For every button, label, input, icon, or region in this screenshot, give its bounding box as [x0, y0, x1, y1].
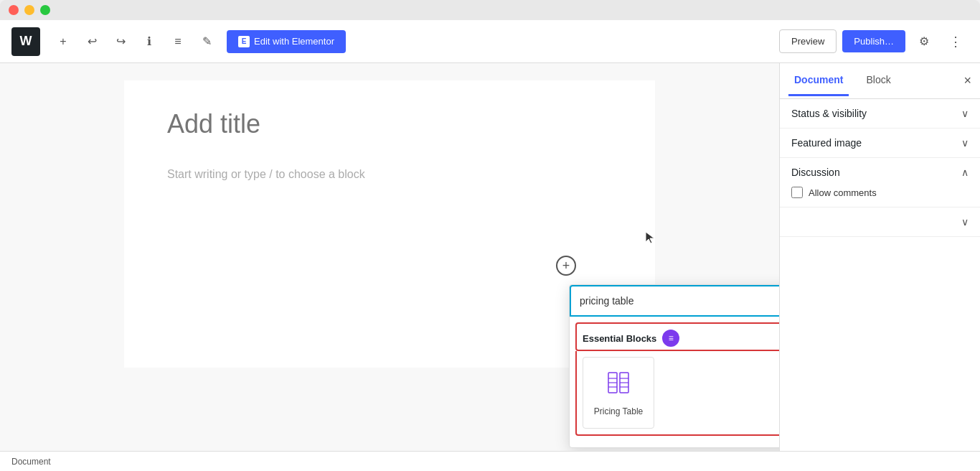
add-block-toolbar-button[interactable]: +: [52, 30, 75, 53]
wp-logo: W: [11, 27, 40, 56]
sidebar-section-featured-title: Featured image: [791, 137, 862, 149]
info-button[interactable]: ℹ: [138, 30, 161, 53]
info-icon: ℹ: [147, 34, 151, 48]
plus-icon: +: [60, 35, 66, 48]
tab-document-label: Document: [794, 74, 843, 85]
sidebar-section-extra: ∨: [780, 207, 980, 237]
redo-icon: ↪: [116, 34, 126, 48]
chevron-up-discussion-icon: ∧: [961, 167, 969, 178]
wp-logo-text: W: [20, 34, 32, 49]
tab-document[interactable]: Document: [788, 65, 849, 96]
publish-button[interactable]: Publish…: [842, 30, 905, 52]
preview-label: Preview: [791, 36, 824, 47]
publish-label: Publish…: [854, 36, 894, 47]
edit-with-elementor-button[interactable]: E Edit with Elementor: [227, 30, 346, 53]
undo-button[interactable]: ↩: [80, 30, 103, 53]
preview-button[interactable]: Preview: [779, 29, 837, 53]
allow-comments-checkbox[interactable]: [791, 187, 803, 198]
block-results: Essential Blocks ≡ ∧: [570, 317, 779, 442]
chevron-down-extra-icon: ∨: [961, 216, 969, 228]
post-content-placeholder: Start writing or type / to choose a bloc…: [167, 168, 612, 181]
category-icon: ≡: [662, 330, 679, 347]
right-sidebar: Document Block × Status & visibility ∨: [779, 63, 980, 451]
plus-circle-icon: +: [562, 258, 570, 274]
content-area: Start writing or type / to choose a bloc…: [0, 63, 980, 451]
inline-add-block-button[interactable]: +: [556, 256, 576, 276]
tab-block[interactable]: Block: [860, 65, 896, 96]
allow-comments-label: Allow comments: [809, 187, 877, 198]
gear-icon: ⚙: [919, 34, 929, 48]
pencil-icon: ✎: [202, 34, 212, 48]
pricing-table-block-item[interactable]: Pricing Table: [583, 357, 654, 429]
more-options-button[interactable]: ⋮: [943, 29, 969, 55]
sidebar-section-extra-header[interactable]: ∨: [780, 207, 980, 236]
undo-icon: ↩: [88, 34, 97, 48]
pricing-table-block-label: Pricing Table: [594, 406, 643, 416]
list-icon: ≡: [174, 35, 181, 48]
category-icon-glyph: ≡: [669, 333, 674, 343]
editor-area: Start writing or type / to choose a bloc…: [0, 63, 779, 451]
status-bar: Document: [0, 451, 980, 471]
block-search-input-wrap: ×: [570, 285, 779, 317]
chevron-down-featured-icon: ∨: [961, 137, 969, 149]
sidebar-section-discussion: Discussion ∧ Allow comments: [780, 158, 980, 207]
close-button[interactable]: [9, 5, 19, 15]
elementor-button-label: Edit with Elementor: [254, 36, 334, 47]
minimize-button[interactable]: [24, 5, 34, 15]
chevron-down-status-icon: ∨: [961, 108, 969, 119]
elementor-icon: E: [238, 36, 250, 47]
post-title-input[interactable]: [167, 109, 612, 139]
allow-comments-row: Allow comments: [791, 187, 969, 198]
sidebar-section-discussion-content: Allow comments: [780, 187, 980, 207]
sidebar-section-featured-image: Featured image ∨: [780, 129, 980, 158]
sidebar-section-status-title: Status & visibility: [791, 108, 867, 119]
pricing-table-icon: [606, 370, 631, 401]
sidebar-close-button[interactable]: ×: [963, 73, 971, 88]
sidebar-section-status: Status & visibility ∨: [780, 99, 980, 129]
essential-blocks-label: Essential Blocks: [583, 333, 656, 344]
dots-icon: ⋮: [949, 34, 962, 50]
tab-block-label: Block: [866, 74, 890, 85]
block-category-name: Essential Blocks ≡: [583, 330, 679, 347]
block-search-input[interactable]: [580, 292, 779, 309]
redo-button[interactable]: ↪: [109, 30, 132, 53]
sidebar-section-discussion-header[interactable]: Discussion ∧: [780, 158, 980, 187]
block-search-popup: × Essential Blocks ≡ ∧: [569, 284, 779, 448]
app-wrapper: W + ↩ ↪ ℹ ≡ ✎ E Edit with Elementor Prev…: [0, 20, 980, 471]
settings-button[interactable]: ⚙: [911, 29, 937, 55]
list-view-button[interactable]: ≡: [166, 30, 189, 53]
sidebar-section-featured-header[interactable]: Featured image ∨: [780, 129, 980, 157]
close-icon: ×: [963, 73, 971, 88]
status-text: Document: [11, 457, 51, 467]
block-grid: Pricing Table: [575, 351, 779, 436]
edit-mode-button[interactable]: ✎: [195, 30, 218, 53]
maximize-button[interactable]: [40, 5, 50, 15]
sidebar-section-discussion-title: Discussion: [791, 167, 840, 178]
sidebar-tabs: Document Block ×: [780, 63, 980, 99]
title-bar: [0, 0, 980, 20]
sidebar-section-status-header[interactable]: Status & visibility ∨: [780, 99, 980, 128]
toolbar: W + ↩ ↪ ℹ ≡ ✎ E Edit with Elementor Prev…: [0, 20, 980, 63]
block-category-header: Essential Blocks ≡ ∧: [575, 322, 779, 351]
